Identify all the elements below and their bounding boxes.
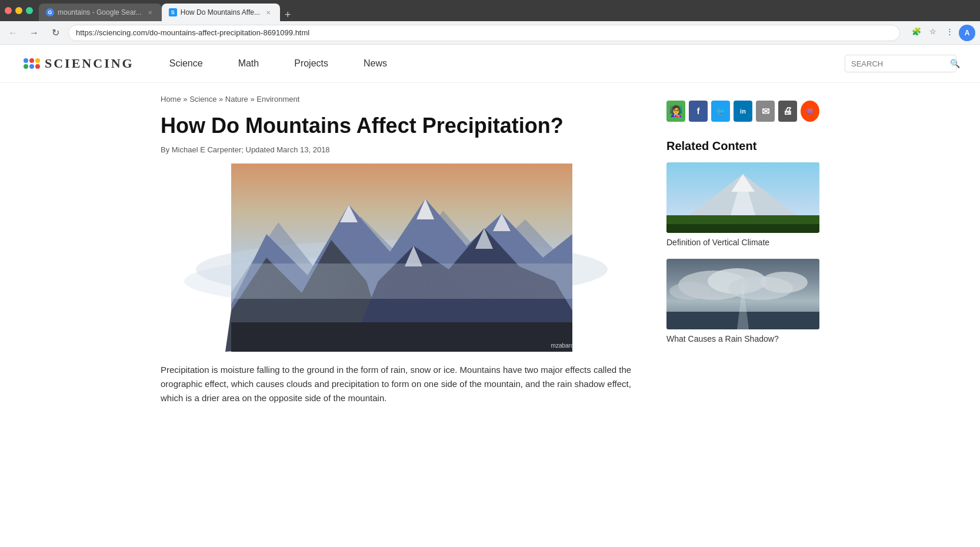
article-image	[161, 164, 643, 352]
article-meta: By Michael E Carpenter; Updated March 13…	[161, 145, 643, 154]
breadcrumb: Home » Science » Nature » Environment	[161, 95, 643, 104]
logo-dots	[24, 58, 40, 69]
share-linkedin[interactable]: in	[734, 101, 752, 122]
dot-5	[29, 64, 34, 69]
print-icon: 🖨	[783, 106, 792, 116]
svg-rect-19	[666, 224, 819, 233]
tab-1-title: mountains - Google Sear...	[58, 8, 142, 16]
content-wrapper: Home » Science » Nature » Environment Ho…	[137, 83, 843, 417]
svg-point-24	[761, 272, 808, 293]
related-image-2	[666, 259, 819, 329]
browser-toolbar-icons: 🧩 ☆ ⋮ A	[909, 25, 975, 41]
sidebar: 👩‍🏫 f 🐦 in ✉ 🖨 👾	[666, 95, 819, 405]
close-button[interactable]	[5, 7, 12, 14]
reddit-icon: 👾	[805, 107, 815, 116]
related-item-2[interactable]: What Causes a Rain Shadow?	[666, 259, 819, 343]
svg-rect-12	[231, 322, 572, 352]
related-item-1[interactable]: Definition of Vertical Climate	[666, 162, 819, 247]
share-twitter[interactable]: 🐦	[711, 101, 730, 122]
logo-text: SCIENCING	[45, 56, 134, 71]
twitter-icon: 🐦	[716, 107, 725, 116]
profile-icon[interactable]: A	[959, 25, 975, 41]
site-logo[interactable]: SCIENCING	[24, 56, 134, 71]
tab-2-close[interactable]: ✕	[264, 8, 273, 17]
related-content-title: Related Content	[666, 139, 819, 153]
dot-1	[24, 58, 28, 63]
extensions-icon[interactable]: 🧩	[909, 25, 924, 39]
dot-6	[35, 64, 40, 69]
share-print[interactable]: 🖨	[778, 101, 797, 122]
tab-2-title: How Do Mountains Affe...	[181, 8, 260, 16]
share-icons: 👩‍🏫 f 🐦 in ✉ 🖨 👾	[666, 101, 819, 122]
dot-3	[35, 58, 40, 63]
tabs-bar: G mountains - Google Sear... ✕ S How Do …	[39, 0, 975, 21]
article-body: Precipitation is moisture falling to the…	[161, 363, 643, 405]
related-label-2: What Causes a Rain Shadow?	[666, 334, 819, 343]
dot-4	[24, 64, 28, 69]
related-image-1	[666, 162, 819, 233]
reload-button[interactable]: ↻	[47, 25, 64, 41]
related-mountain-svg	[666, 162, 819, 233]
related-label-1: Definition of Vertical Climate	[666, 238, 819, 247]
tab-1-close[interactable]: ✕	[145, 8, 155, 17]
nav-projects[interactable]: Projects	[294, 58, 328, 69]
maximize-button[interactable]	[26, 7, 33, 14]
article-image-container: mzabarovsky/iStock/GettyImages	[161, 164, 643, 353]
linkedin-icon: in	[740, 108, 746, 115]
article-main: Home » Science » Nature » Environment Ho…	[161, 95, 643, 405]
new-tab-button[interactable]: +	[280, 9, 296, 21]
back-button[interactable]: ←	[5, 25, 21, 41]
dot-2	[29, 58, 34, 63]
bookmark-icon[interactable]: ☆	[926, 25, 940, 39]
google-icon: 👩‍🏫	[669, 105, 682, 118]
facebook-icon: f	[697, 106, 700, 116]
tab-2-favicon: S	[169, 8, 177, 16]
search-input[interactable]	[851, 59, 950, 68]
browser-chrome: G mountains - Google Sear... ✕ S How Do …	[0, 0, 980, 21]
svg-rect-13	[231, 264, 572, 299]
share-facebook[interactable]: f	[689, 101, 708, 122]
minimize-button[interactable]	[15, 7, 22, 14]
window-controls	[5, 7, 33, 14]
tab-2[interactable]: S How Do Mountains Affe... ✕	[162, 4, 280, 21]
nav-math[interactable]: Math	[238, 58, 259, 69]
more-icon[interactable]: ⋮	[942, 25, 956, 39]
nav-news[interactable]: News	[364, 58, 387, 69]
share-reddit[interactable]: 👾	[801, 101, 819, 122]
nav-links: Science Math Projects News	[169, 58, 845, 69]
search-box[interactable]: 🔍	[845, 55, 956, 72]
forward-button[interactable]: →	[26, 25, 42, 41]
share-google[interactable]: 👩‍🏫	[666, 101, 685, 122]
url-text: https://sciencing.com/do-mountains-affec…	[76, 28, 309, 37]
address-bar-row: ← → ↻ https://sciencing.com/do-mountains…	[0, 21, 980, 45]
tab-1-favicon: G	[46, 8, 54, 16]
tab-1[interactable]: G mountains - Google Sear... ✕	[39, 4, 162, 21]
email-icon: ✉	[762, 106, 769, 117]
website: SCIENCING Science Math Projects News 🔍 H…	[0, 45, 980, 547]
article-title: How Do Mountains Affect Precipitation?	[161, 113, 643, 138]
nav-science[interactable]: Science	[169, 58, 203, 69]
address-bar[interactable]: https://sciencing.com/do-mountains-affec…	[68, 25, 900, 41]
share-email[interactable]: ✉	[756, 101, 775, 122]
site-nav: SCIENCING Science Math Projects News 🔍	[0, 45, 980, 83]
search-submit-button[interactable]: 🔍	[950, 59, 960, 68]
related-clouds-svg	[666, 259, 819, 329]
related-content: Related Content	[666, 139, 819, 343]
image-caption: mzabarovsky/iStock/GettyImages	[551, 342, 638, 349]
svg-point-25	[669, 282, 711, 300]
